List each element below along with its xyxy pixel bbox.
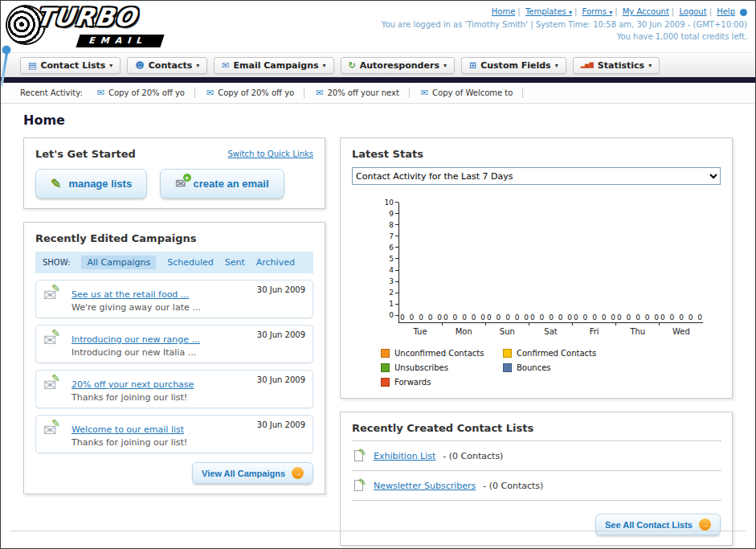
y-tick-label: 9 (381, 210, 398, 217)
separator: | (709, 7, 712, 16)
campaign-link[interactable]: Welcome to our email list (72, 424, 184, 435)
tab-contacts[interactable]: ☻ Contacts ▾ (127, 57, 207, 74)
legend-item: Forwards (381, 378, 503, 387)
envelope-icon: ✉ (421, 88, 428, 98)
email-campaigns-icon: ✉ (222, 61, 229, 70)
view-all-campaigns-button[interactable]: View All Campaigns → (192, 462, 313, 484)
campaign-row[interactable]: ✉✎ Introducing our new range ... Introdu… (35, 325, 313, 363)
top-link-help[interactable]: Help (717, 7, 735, 16)
filter-all-campaigns[interactable]: All Campaigns (81, 256, 156, 269)
legend-swatch (381, 349, 390, 358)
envelope-pencil-icon: ✉✎ (43, 285, 64, 305)
separator: | (672, 7, 674, 16)
contact-lists-icon: ▤ (28, 61, 36, 70)
tab-label: Statistics (598, 60, 644, 71)
x-axis-label: Tue (398, 323, 442, 336)
chevron-down-icon: ▾ (569, 9, 572, 16)
tab-statistics[interactable]: ▂▅▇ Statistics ▾ (573, 57, 660, 74)
contact-list-link[interactable]: Newsletter Subscribers (374, 481, 476, 491)
campaign-date: 30 Jun 2009 (257, 375, 305, 384)
top-link-templates[interactable]: Templates ▾ (525, 7, 572, 16)
contact-list-row[interactable]: ✎ Exhibition List - (0 Contacts) (352, 441, 721, 471)
x-labels: TueMonSunSatFriThuWed (398, 323, 703, 336)
plot-area: 0 0 0 0 00 0 0 0 00 0 0 0 00 0 0 0 00 0 … (398, 203, 703, 323)
envelope-icon: ✉ (316, 88, 323, 98)
recent-activity-item[interactable]: ✉ Copy of 20% off yo (94, 88, 195, 98)
contact-list-count: - (0 Contacts) (443, 451, 503, 461)
chevron-down-icon: ▾ (109, 62, 112, 69)
help-icon[interactable] (740, 9, 747, 16)
recent-activity-item[interactable]: ✉ Copy of 20% off yo (203, 88, 304, 98)
x-axis-label: Mon (442, 323, 485, 336)
bar-value-labels: 0 0 0 0 0 (400, 313, 442, 322)
top-link-logout[interactable]: Logout (679, 7, 706, 16)
recent-activity-item[interactable]: ✉ Copy of Welcome to (418, 88, 524, 98)
create-email-button[interactable]: ✉ + create an email (160, 169, 284, 199)
separator: | (574, 7, 577, 16)
tab-autoresponders[interactable]: ↻ Autoresponders ▾ (341, 57, 455, 74)
bar-value-labels: 0 0 0 0 0 (530, 313, 572, 322)
campaigns-title: Recently Edited Campaigns (35, 232, 313, 244)
see-all-contact-lists-button[interactable]: See All Contact Lists → (595, 514, 721, 535)
switch-quick-links-link[interactable]: Switch to Quick Links (227, 150, 313, 158)
bar-group: 0 0 0 0 0 (529, 203, 573, 322)
contact-list-row[interactable]: ✎ Newsletter Subscribers - (0 Contacts) (352, 471, 721, 501)
campaign-row[interactable]: ✉✎ See us at the retail food ... We're g… (35, 280, 313, 318)
contact-list-link[interactable]: Exhibition List (374, 451, 435, 461)
filter-sent[interactable]: Sent (225, 257, 245, 268)
y-tick-label: 2 (381, 289, 398, 297)
campaign-row[interactable]: ✉✎ Welcome to our email list Thanks for … (35, 415, 313, 453)
get-started-title: Let's Get Started (35, 148, 136, 160)
contacts-icon: ☻ (135, 61, 144, 70)
campaign-subtitle: Introducing our new Italia ... (72, 347, 200, 358)
credits-info: You have 1,000 total credits left. (382, 31, 747, 43)
chevron-down-icon: ▾ (609, 9, 612, 16)
campaign-row[interactable]: ✉✎ 20% off your next purchase Thanks for… (35, 370, 313, 408)
app-logo[interactable]: TURBO EMAIL (6, 2, 162, 47)
session-info: You are logged in as 'Timothy Smith' | S… (382, 18, 747, 31)
page-pencil-icon: ✎ (353, 449, 366, 462)
chevron-down-icon: ▾ (443, 62, 447, 69)
main-nav: ▤ Contact Lists ▾ ☻ Contacts ▾ ✉ Email C… (1, 52, 755, 77)
campaign-subtitle: Thanks for joining our list! (72, 437, 187, 448)
legend-item: Bounces (503, 363, 625, 372)
tab-label: Email Campaigns (233, 60, 318, 71)
filter-archived[interactable]: Archived (256, 257, 295, 268)
x-axis-label: Fri (573, 323, 616, 336)
chart-legend: Unconfirmed ContactsConfirmed ContactsUn… (381, 349, 721, 387)
campaign-link[interactable]: 20% off your next purchase (72, 379, 194, 390)
custom-fields-icon: ⊞ (469, 61, 476, 70)
envelope-icon: ✉ (206, 88, 214, 98)
logo-text: TURBO EMAIL (36, 2, 162, 47)
legend-swatch (503, 363, 512, 372)
bar-group: 0 0 0 0 0 (399, 203, 443, 322)
show-label: SHOW: (43, 258, 70, 267)
legend-label: Unconfirmed Contacts (394, 349, 484, 358)
main-content: Home Let's Get Started Switch to Quick L… (1, 104, 755, 549)
stats-period-select[interactable]: Contact Activity for the Last 7 Days (352, 167, 721, 185)
legend-item: Unsubscribes (381, 363, 503, 372)
legend-swatch (381, 378, 390, 387)
x-axis-label: Sun (485, 323, 529, 336)
tab-label: Contacts (149, 60, 192, 71)
y-tick-label: 8 (381, 221, 398, 228)
recent-activity-item[interactable]: ✉ 20% off your next (313, 88, 410, 98)
legend-swatch (381, 363, 390, 372)
tab-email-campaigns[interactable]: ✉ Email Campaigns ▾ (214, 57, 333, 74)
top-link-forms[interactable]: Forms ▾ (582, 7, 613, 16)
top-link-home[interactable]: Home (492, 7, 516, 16)
tab-custom-fields[interactable]: ⊞ Custom Fields ▾ (461, 57, 566, 74)
filter-scheduled[interactable]: Scheduled (167, 257, 214, 268)
top-link-my-account[interactable]: My Account (623, 7, 669, 16)
nav-divider-bar (1, 77, 755, 83)
campaign-subtitle: We're giving away our late ... (72, 302, 201, 313)
recent-activity-label: Recent Activity: (20, 88, 83, 97)
contact-lists-title: Recently Created Contact Lists (352, 422, 721, 434)
y-tick-label: 6 (381, 244, 398, 251)
recent-activity-bar: Recent Activity: ✉ Copy of 20% off yo ✉ … (1, 83, 755, 104)
manage-lists-button[interactable]: ✎ manage lists (35, 169, 147, 199)
tab-contact-lists[interactable]: ▤ Contact Lists ▾ (20, 57, 121, 74)
campaign-link[interactable]: Introducing our new range ... (72, 334, 200, 345)
campaign-link[interactable]: See us at the retail food ... (72, 289, 189, 300)
logo-title: TURBO (34, 2, 164, 31)
